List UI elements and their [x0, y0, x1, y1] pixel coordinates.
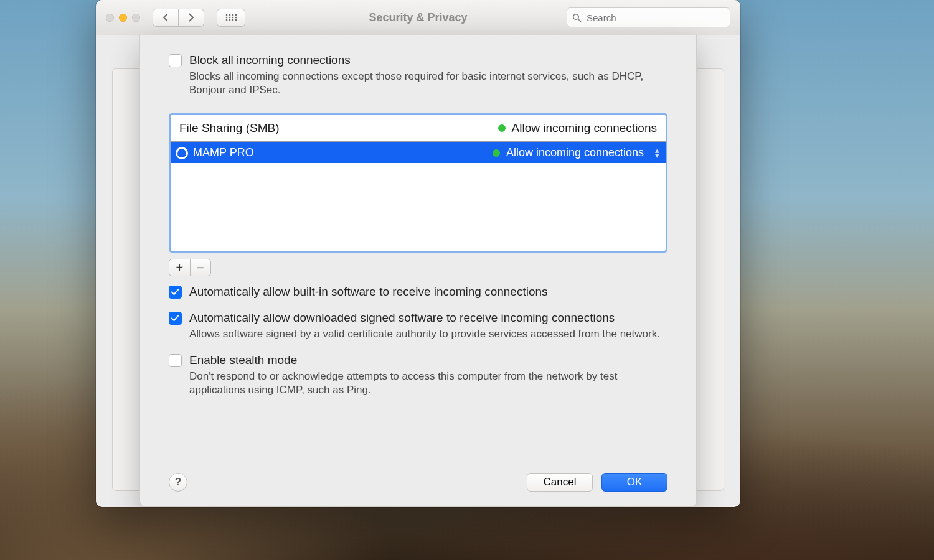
- window-controls: [106, 14, 140, 22]
- svg-line-13: [578, 19, 582, 22]
- auto-builtin-row: Automatically allow built-in software to…: [169, 285, 667, 299]
- svg-point-1: [229, 14, 231, 16]
- firewall-options-sheet: Block all incoming connections Blocks al…: [139, 35, 697, 507]
- svg-point-4: [226, 17, 228, 19]
- app-firewall-list[interactable]: File Sharing (SMB) Allow incoming connec…: [169, 113, 667, 253]
- list-sel-name: MAMP PRO: [193, 146, 493, 159]
- status-dot-icon: [493, 149, 500, 157]
- back-button[interactable]: [153, 9, 179, 27]
- syspref-window: Security & Privacy Block all incoming co…: [96, 0, 740, 507]
- add-button[interactable]: +: [169, 259, 191, 276]
- cancel-button[interactable]: Cancel: [527, 473, 593, 492]
- auto-signed-checkbox[interactable]: [169, 312, 182, 325]
- list-sel-status: Allow incoming connections: [506, 146, 644, 159]
- svg-point-10: [232, 19, 234, 21]
- remove-button[interactable]: −: [191, 259, 211, 276]
- svg-point-0: [226, 14, 228, 16]
- svg-point-7: [235, 17, 237, 19]
- nav-buttons: [153, 9, 204, 27]
- forward-button[interactable]: [179, 9, 204, 27]
- svg-point-3: [235, 14, 237, 16]
- block-all-checkbox[interactable]: [169, 54, 182, 67]
- svg-point-5: [229, 17, 231, 19]
- list-header-status: Allow incoming connections: [512, 121, 657, 135]
- auto-signed-label: Automatically allow downloaded signed so…: [189, 311, 667, 325]
- svg-point-12: [573, 14, 579, 19]
- sheet-footer: ? Cancel OK: [169, 460, 667, 492]
- search-icon: [572, 13, 582, 22]
- auto-signed-row: Automatically allow downloaded signed so…: [169, 311, 667, 341]
- block-all-desc: Blocks all incoming connections except t…: [189, 70, 667, 97]
- auto-builtin-label: Automatically allow built-in software to…: [189, 285, 667, 299]
- minimize-window-icon[interactable]: [119, 14, 127, 22]
- stealth-label: Enable stealth mode: [189, 353, 667, 367]
- search-input[interactable]: [585, 12, 725, 24]
- list-header-row[interactable]: File Sharing (SMB) Allow incoming connec…: [171, 115, 666, 142]
- stealth-desc: Don't respond to or acknowledge attempts…: [189, 370, 667, 397]
- stealth-row: Enable stealth mode Don't respond to or …: [169, 353, 667, 397]
- app-icon: [176, 147, 188, 159]
- titlebar: Security & Privacy: [96, 0, 740, 35]
- block-all-label: Block all incoming connections: [189, 54, 667, 67]
- list-selected-row[interactable]: MAMP PRO Allow incoming connections ▴▾: [171, 142, 666, 163]
- show-all-prefs-button[interactable]: [217, 9, 245, 27]
- svg-point-6: [232, 17, 234, 19]
- stealth-checkbox[interactable]: [169, 354, 182, 367]
- auto-builtin-checkbox[interactable]: [169, 286, 182, 299]
- svg-point-8: [226, 19, 228, 21]
- svg-point-11: [235, 19, 237, 21]
- desktop-wallpaper: Security & Privacy Block all incoming co…: [0, 0, 934, 560]
- close-window-icon[interactable]: [106, 14, 114, 22]
- list-header-name: File Sharing (SMB): [179, 121, 498, 135]
- status-dot-icon: [498, 124, 506, 132]
- auto-signed-desc: Allows software signed by a valid certif…: [189, 327, 667, 341]
- help-button[interactable]: ?: [169, 473, 187, 492]
- add-remove-control: + −: [169, 259, 211, 276]
- ok-button[interactable]: OK: [601, 473, 667, 492]
- search-field-wrap[interactable]: [567, 7, 730, 27]
- svg-point-2: [232, 14, 234, 16]
- popup-stepper-icon[interactable]: ▴▾: [655, 148, 659, 158]
- block-all-row: Block all incoming connections Blocks al…: [169, 54, 667, 97]
- svg-point-9: [229, 19, 231, 21]
- zoom-window-icon[interactable]: [132, 14, 140, 22]
